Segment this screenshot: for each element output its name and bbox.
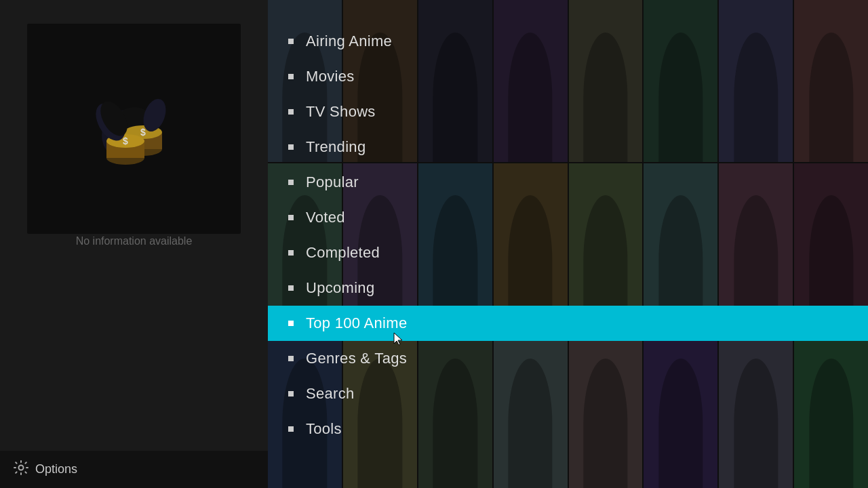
menu-item-popular[interactable]: Popular [268, 165, 868, 200]
svg-point-13 [19, 466, 24, 470]
menu-bullet [288, 250, 294, 256]
menu-bullet [288, 285, 294, 291]
menu-item-label: Top 100 Anime [306, 314, 407, 332]
menu-bullet [288, 321, 294, 326]
menu-item-movies[interactable]: Movies [268, 59, 868, 94]
menu-bullet [288, 426, 294, 432]
menu-item-label: Tools [306, 420, 342, 438]
menu-item-label: TV Shows [306, 103, 376, 121]
gear-icon [14, 460, 28, 479]
svg-text:$: $ [140, 127, 146, 138]
coins-icon: $ $ [90, 85, 178, 173]
menu-item-tv-shows[interactable]: TV Shows [268, 94, 868, 129]
menu-item-upcoming[interactable]: Upcoming [268, 270, 868, 306]
menu-bullet [288, 144, 294, 150]
menu-item-label: Upcoming [306, 279, 374, 297]
menu-item-voted[interactable]: Voted [268, 200, 868, 235]
menu-item-label: Movies [306, 68, 355, 85]
menu-bullet [288, 391, 294, 396]
menu-bullet [288, 215, 294, 220]
menu-item-trending[interactable]: Trending [268, 129, 868, 165]
menu-item-genres-tags[interactable]: Genres & Tags [268, 341, 868, 376]
menu-item-label: Popular [306, 174, 359, 191]
menu-bullet [288, 109, 294, 115]
menu-item-label: Genres & Tags [306, 350, 407, 367]
menu-item-completed[interactable]: Completed [268, 235, 868, 270]
menu-item-label: Completed [306, 244, 380, 262]
svg-text:$: $ [123, 136, 128, 146]
menu-item-label: Airing Anime [306, 33, 392, 50]
left-panel: $ $ No information available [0, 0, 268, 488]
options-bar[interactable]: Options [0, 451, 268, 488]
menu-list: Airing AnimeMoviesTV ShowsTrendingPopula… [268, 0, 868, 488]
options-label: Options [35, 462, 77, 476]
menu-item-tools[interactable]: Tools [268, 411, 868, 447]
menu-bullet [288, 180, 294, 185]
menu-bullet [288, 356, 294, 361]
menu-item-top-100-anime[interactable]: Top 100 Anime [268, 306, 868, 341]
no-info-text: No information available [0, 235, 268, 247]
menu-item-airing-anime[interactable]: Airing Anime [268, 24, 868, 59]
menu-bullet [288, 74, 294, 79]
menu-item-label: Voted [306, 209, 345, 226]
menu-item-label: Trending [306, 138, 366, 156]
thumbnail-area: $ $ [27, 24, 241, 234]
menu-bullet [288, 39, 294, 44]
menu-item-label: Search [306, 385, 355, 403]
menu-item-search[interactable]: Search [268, 376, 868, 411]
